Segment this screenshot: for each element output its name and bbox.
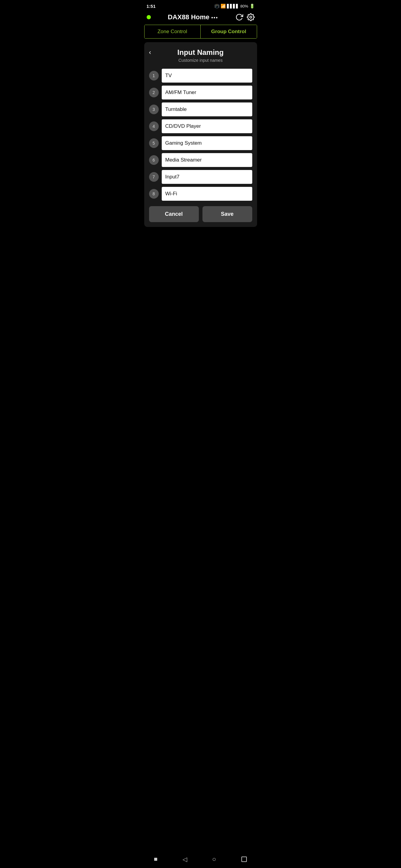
svg-point-0 [250,16,252,19]
input-row-2: 2 [149,86,252,99]
input-row-4: 4 [149,119,252,133]
input-number-4: 4 [149,121,159,131]
back-button[interactable]: ‹ [149,49,153,56]
input-field-1[interactable] [162,69,252,83]
input-field-4[interactable] [162,119,252,133]
input-row-5: 5 [149,136,252,150]
cancel-button[interactable]: Cancel [149,206,199,222]
app-header: DAX88 Home ••• [142,11,259,25]
input-naming-card: ‹ Input Naming Customize input names 1 2… [144,42,257,227]
action-buttons: Cancel Save [149,206,252,222]
tab-group-control[interactable]: Group Control [201,25,256,38]
header-dots: ••• [211,15,218,20]
input-number-7: 7 [149,172,159,182]
tab-zone-control[interactable]: Zone Control [145,25,200,38]
input-number-2: 2 [149,88,159,97]
vibrate-icon: 📳 [214,4,219,8]
input-field-6[interactable] [162,153,252,167]
status-icons: 📳 📶 ▋▋▋▋ 80% 🔋 [214,4,254,8]
battery-text: 80% [240,4,248,8]
header-title-wrap: DAX88 Home ••• [151,13,235,21]
save-button[interactable]: Save [202,206,252,222]
input-field-5[interactable] [162,136,252,150]
input-row-7: 7 [149,170,252,184]
card-title: Input Naming [149,48,252,57]
card-header: ‹ Input Naming [149,48,252,57]
connection-status-dot [147,15,151,19]
header-actions [235,13,255,21]
header-left [147,15,151,19]
wifi-icon: 📶 [221,4,226,8]
status-time: 1:51 [147,4,156,9]
input-row-8: 8 [149,187,252,201]
gear-icon [247,13,255,21]
settings-button[interactable] [247,13,255,21]
battery-icon: 🔋 [250,4,255,8]
input-row-1: 1 [149,69,252,83]
input-field-8[interactable] [162,187,252,201]
signal-icon: ▋▋▋▋ [227,4,239,8]
input-row-3: 3 [149,102,252,116]
input-field-2[interactable] [162,86,252,99]
app-title: DAX88 Home ••• [168,13,218,21]
input-number-8: 8 [149,189,159,198]
card-subtitle: Customize input names [149,58,252,63]
refresh-button[interactable] [235,13,243,21]
input-number-6: 6 [149,155,159,165]
input-number-1: 1 [149,71,159,81]
input-field-7[interactable] [162,170,252,184]
input-number-5: 5 [149,138,159,148]
status-bar: 1:51 📳 📶 ▋▋▋▋ 80% 🔋 [142,0,259,11]
input-row-6: 6 [149,153,252,167]
app-title-text: DAX88 Home [168,13,209,21]
input-field-3[interactable] [162,102,252,116]
tab-bar: Zone Control Group Control [144,25,257,38]
input-number-3: 3 [149,104,159,114]
refresh-icon [235,13,243,21]
